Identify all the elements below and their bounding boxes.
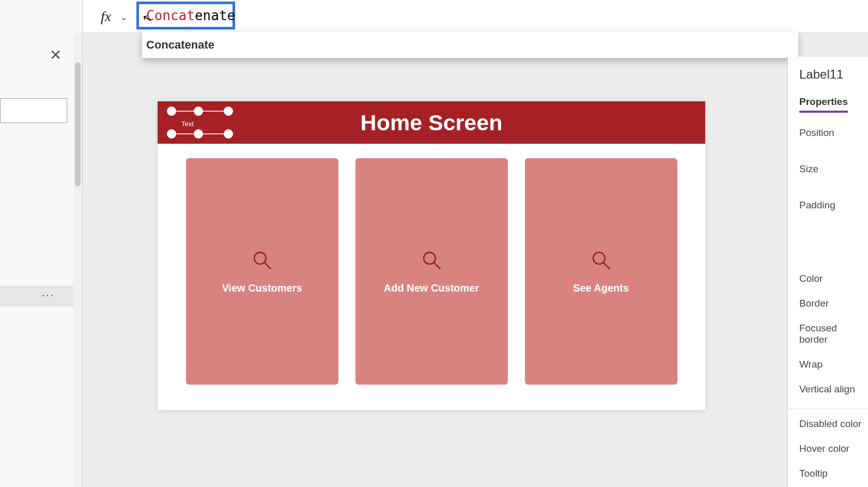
svg-line-5 [603,263,610,269]
prop-disabled-color[interactable]: Disabled color [799,418,868,430]
prop-focused-border[interactable]: Focused border [799,323,868,345]
control-name[interactable]: Label11 [799,67,868,82]
tree-item-more-icon[interactable]: ··· [42,288,54,302]
resize-handle[interactable] [167,129,176,139]
prop-size[interactable]: Size [799,163,868,175]
properties-panel: Label11 Properties Position Size Padding… [787,57,868,487]
svg-point-4 [593,252,605,264]
svg-line-3 [434,263,440,269]
selection-handles[interactable]: Text [167,106,230,138]
intellisense-popup: Concatenate [142,32,798,58]
chevron-down-icon[interactable]: ⌄ [120,11,128,23]
resize-handle[interactable] [194,106,203,116]
tree-scrollbar-thumb[interactable] [75,62,81,186]
close-icon[interactable]: ✕ [50,47,61,64]
app-canvas[interactable]: Text Home Screen View Customers Add New … [158,101,705,410]
formula-bar: ⌄ = fx ⌄ Concatenate ↖ [0,0,868,33]
tree-view-panel: ✕ ··· [0,0,83,487]
svg-point-2 [424,252,436,264]
card-label: View Customers [222,282,302,294]
search-icon [251,249,273,273]
resize-handle[interactable] [194,129,203,139]
prop-padding[interactable]: Padding [799,200,868,211]
formula-input[interactable]: Concatenate [136,2,235,29]
resize-handle[interactable] [224,106,233,116]
formula-typed-suffix: enate [195,8,235,23]
card-view-customers[interactable]: View Customers [186,158,338,385]
prop-wrap[interactable]: Wrap [799,359,868,370]
formula-typed-prefix: Concat [146,8,195,23]
card-label: See Agents [573,282,629,294]
svg-line-1 [265,263,271,269]
selected-label-text: Text [181,120,194,128]
divider [788,408,868,409]
card-see-agents[interactable]: See Agents [525,158,677,385]
card-row: View Customers Add New Customer See Agen… [158,158,705,385]
intellisense-item[interactable]: Concatenate [146,38,214,52]
app-title: Home Screen [361,110,503,135]
search-icon [590,249,612,273]
tree-scrollbar[interactable] [73,33,82,487]
fx-label[interactable]: fx [101,8,111,25]
prop-position[interactable]: Position [799,127,868,139]
svg-point-0 [254,252,266,264]
tree-search-input[interactable] [0,98,67,123]
tab-properties[interactable]: Properties [799,96,848,113]
prop-hover-color[interactable]: Hover color [799,443,868,454]
prop-tooltip[interactable]: Tooltip [799,468,868,479]
resize-handle[interactable] [224,129,233,139]
app-header: Text Home Screen [158,101,705,144]
card-add-customer[interactable]: Add New Customer [355,158,508,385]
tree-selected-item[interactable] [0,286,74,307]
prop-border[interactable]: Border [799,298,868,309]
prop-vertical-align[interactable]: Vertical align [799,384,868,395]
search-icon [421,249,442,273]
resize-handle[interactable] [167,106,176,116]
prop-color[interactable]: Color [799,273,868,284]
card-label: Add New Customer [384,282,479,294]
